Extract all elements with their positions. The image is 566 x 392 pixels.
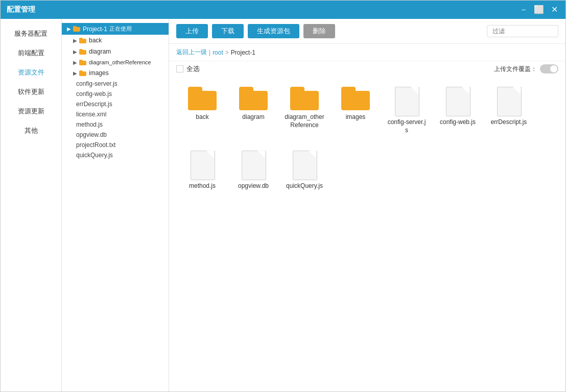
main-layout: 服务器配置 前端配置 资源文件 软件更新 资源更新 其他 ▶ <box>1 19 565 391</box>
tree-file-config-web[interactable]: config-web.js <box>62 89 169 99</box>
sidebar-item-other[interactable]: 其他 <box>1 121 61 140</box>
breadcrumb-current: Project-1 <box>231 49 255 56</box>
folder-icon-diagram <box>239 87 268 110</box>
search-input[interactable] <box>487 25 558 37</box>
breadcrumb: 返回上一级 | root > Project-1 <box>169 44 565 61</box>
toolbar: 上传 下载 生成资源包 删除 <box>169 19 565 44</box>
file-item-method[interactable]: method.js <box>179 148 225 193</box>
upload-overwrite-label: 上传文件覆盖： <box>494 65 537 74</box>
file-label-images: images <box>346 113 366 121</box>
close-button[interactable]: ✕ <box>549 5 559 15</box>
file-item-config-web[interactable]: config-web.js <box>435 84 481 137</box>
breadcrumb-sep2: > <box>225 49 229 56</box>
tree-item-diagram-other[interactable]: ▶ diagram_otherReference <box>62 57 169 67</box>
file-item-back[interactable]: back <box>179 84 225 137</box>
folder-icon <box>79 60 86 65</box>
file-label-config-web: config-web.js <box>440 118 476 127</box>
arrow-icon: ▶ <box>67 26 71 32</box>
tree-item-diagram[interactable]: ▶ diagram <box>62 46 169 57</box>
upload-button[interactable]: 上传 <box>176 24 208 38</box>
tree-file-license[interactable]: license.xml <box>62 109 169 119</box>
files-grid: back diagram diagram_other Reference ima… <box>169 77 565 391</box>
folder-icon-diagram-other <box>290 87 319 110</box>
doc-icon-config-web <box>446 87 469 115</box>
breadcrumb-root[interactable]: root <box>213 49 223 56</box>
doc-icon-errdescript <box>497 87 521 115</box>
file-label-method: method.js <box>189 182 216 190</box>
doc-icon-config-server <box>395 87 418 115</box>
delete-button[interactable]: 删除 <box>303 24 335 38</box>
file-item-errdescript[interactable]: errDescript.js <box>486 84 532 137</box>
sidebar-item-software-update[interactable]: 软件更新 <box>1 82 61 102</box>
file-label-errdescript: errDescript.js <box>491 118 527 127</box>
folder-icon-back <box>188 87 217 110</box>
folder-icon <box>79 49 86 55</box>
file-item-config-server[interactable]: config-server.js <box>384 84 430 137</box>
tree-file-quickquery[interactable]: quickQuery.js <box>62 150 169 160</box>
folder-icon <box>79 38 86 43</box>
folder-icon <box>79 70 86 76</box>
tree-item-images[interactable]: ▶ images <box>62 67 169 79</box>
folder-icon <box>73 26 80 32</box>
tree-file-projectroot[interactable]: projectRoot.txt <box>62 140 169 150</box>
doc-icon-method <box>191 151 214 179</box>
file-item-diagram-other[interactable]: diagram_other Reference <box>281 84 327 137</box>
select-all-label: 全选 <box>186 64 200 74</box>
select-all-checkbox[interactable] <box>176 65 183 72</box>
package-button[interactable]: 生成资源包 <box>248 24 299 38</box>
file-label-quickquery: quickQuery.js <box>286 182 323 190</box>
sidebar-item-resource-files[interactable]: 资源文件 <box>1 63 61 82</box>
toggle-knob <box>550 65 557 72</box>
tree-file-method[interactable]: method.js <box>62 119 169 130</box>
window-controls: － ⬜ ✕ <box>518 5 559 15</box>
file-label-opgview: opgview.db <box>238 182 269 190</box>
content-panel: 上传 下载 生成资源包 删除 返回上一级 | root > Project-1 <box>169 19 565 391</box>
tree-file-config-server[interactable]: config-server.js <box>62 79 169 89</box>
folder-icon-images <box>341 87 370 110</box>
file-label-diagram: diagram <box>242 113 264 121</box>
tree-file-opgview[interactable]: opgview.db <box>62 130 169 140</box>
sidebar: 服务器配置 前端配置 资源文件 软件更新 资源更新 其他 <box>1 19 62 391</box>
sidebar-item-frontend-config[interactable]: 前端配置 <box>1 43 61 63</box>
download-button[interactable]: 下载 <box>212 24 244 38</box>
app-title: 配置管理 <box>7 5 35 14</box>
file-item-diagram[interactable]: diagram <box>230 84 276 137</box>
breadcrumb-sep1: | <box>209 49 210 56</box>
upload-overwrite: 上传文件覆盖： <box>494 64 558 74</box>
file-label-config-server: config-server.js <box>387 118 427 134</box>
arrow-icon: ▶ <box>73 49 77 55</box>
breadcrumb-back[interactable]: 返回上一级 <box>176 48 207 57</box>
titlebar: 配置管理 － ⬜ ✕ <box>1 1 565 19</box>
doc-icon-opgview <box>242 151 265 179</box>
file-item-opgview[interactable]: opgview.db <box>230 148 276 193</box>
main-window: 配置管理 － ⬜ ✕ 服务器配置 前端配置 资源文件 软件更新 资源更新 <box>0 0 566 392</box>
file-label-diagram-other: diagram_other Reference <box>285 113 324 129</box>
file-item-images[interactable]: images <box>333 84 379 137</box>
tree-item-project1[interactable]: ▶ Project-1 正在使用 <box>62 23 169 35</box>
sidebar-item-resource-update[interactable]: 资源更新 <box>1 102 61 121</box>
arrow-icon: ▶ <box>73 38 77 43</box>
select-all-row: 全选 上传文件覆盖： <box>169 61 565 77</box>
overwrite-toggle[interactable] <box>540 64 558 74</box>
tree-panel: ▶ Project-1 正在使用 ▶ back ▶ diagram ▶ diag… <box>62 19 169 391</box>
tree-file-errdescript[interactable]: errDescript.js <box>62 99 169 109</box>
tree-item-back[interactable]: ▶ back <box>62 35 169 46</box>
sidebar-item-server-config[interactable]: 服务器配置 <box>1 24 61 43</box>
doc-icon-quickquery <box>293 151 316 179</box>
arrow-icon: ▶ <box>73 60 77 65</box>
minimize-button[interactable]: － <box>518 5 529 15</box>
file-item-quickquery[interactable]: quickQuery.js <box>281 148 327 193</box>
file-label-back: back <box>196 113 208 121</box>
arrow-icon: ▶ <box>73 70 77 76</box>
maximize-button[interactable]: ⬜ <box>534 5 544 15</box>
